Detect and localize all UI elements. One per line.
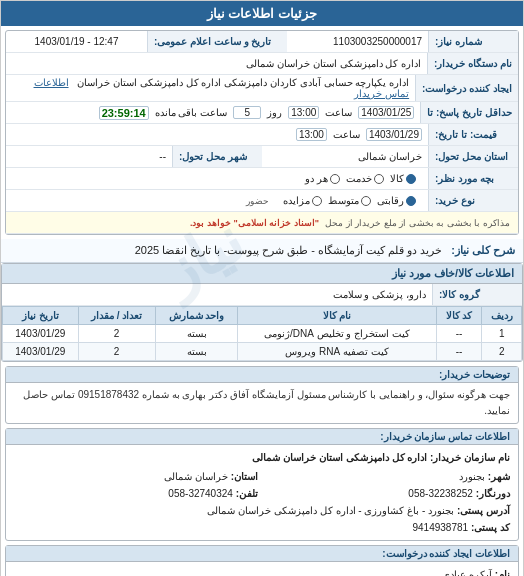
hajme-label: "اسناد خزانه اسلامی" خواهد بود. [190,218,319,228]
kod-posti-label: کد پستی: [471,522,510,533]
bondeh-kala-option[interactable]: کالا [390,173,416,184]
mozakere-text: مذاکره با بخشی به بخشی از ملع خریدار از … [6,215,518,231]
cell-nam_kala: کیت استخراج و تخلیص DNA/ژنومی [238,325,436,343]
shahr-label: شهر: [488,471,510,482]
kod-posti-value: 9414938781 [412,522,468,533]
col-radif: ردیف [482,307,522,325]
contact-kharidad-section: اطلاعات تماس سازمان خریدار: نام سازمان خ… [5,428,519,541]
row-gheybat: قیمت: تا تاریخ: 1403/01/29 ساعت 13:00 [6,124,518,146]
col-tarikh: تاریخ نیاز [3,307,79,325]
row-mohlat-ersal: حداقل تاریخ پاسخ: تا 1403/01/25 ساعت 13:… [6,102,518,124]
mohlat-ersal-saat: 13:00 [288,106,319,119]
darbargir-value: 32238252-058 [408,488,473,499]
bondeh-har-do-radio [330,174,340,184]
mohlat-ersal-roz: 5 [233,106,261,119]
nam-label: نام: [495,569,510,576]
nam-value: آیکره عبادی [442,569,492,576]
sharh-value: خرید دو قلم کیت آزمایشگاه - طبق شرح پیوس… [135,244,442,256]
naghsh-value: 32740324-058 [168,488,233,499]
bondeh-value: کالا خدمت هر دو [6,169,428,188]
noe-kharid-motavasset-option[interactable]: متوسط [328,195,371,206]
tawzihat-title: توضیحات خریدار: [6,367,518,383]
row-nam-dastgah: نام دستگاه خریدار: اداره کل دامپزشکی است… [6,53,518,75]
col-tedad: تعداد / مقدار [78,307,155,325]
adres-label: آدرس پستی: [457,505,510,516]
row-noe-kharid: نوع خرید: رقابتی متوسط مزایده حضو [6,190,518,212]
tarikh-label: تاریخ و ساعت اعلام عمومی: [147,31,287,52]
adres-value: بجنورد - باغ کشاورزی - اداره کل دامپزشکی… [207,505,454,516]
ostan-value: خراسان شمالی [262,149,428,164]
contact-darkhast-section: اطلاعات ایجاد کننده درخواست: نام: آیکره … [5,545,519,576]
group-kala-row: گروه کالا: دارو، پزشکی و سلامت [2,284,522,306]
bondeh-har-do-option[interactable]: هر دو [305,173,340,184]
noe-kharid-mozayedeh-label: مزایده [283,195,310,206]
sharh-label: شرح کلی نیاز: [451,244,515,256]
contact-kharidad-title: اطلاعات تماس سازمان خریدار: [6,429,518,445]
darbargir-label: دورنگار: [476,488,510,499]
bondeh-kala-radio [406,174,416,184]
noe-kharid-mozayedeh-option[interactable]: مزایده [283,195,322,206]
mohlat-ersal-baghimandeh: 23:59:14 [99,106,149,120]
col-vahed: واحد شمارش [155,307,238,325]
ejad-konandeh-value: اداره یکپارچه حسابی آبادی کاردان دامپزشک… [6,75,415,101]
noe-kharid-motavasset-label: متوسط [328,195,359,206]
noe-kharid-rahi-radio [406,196,416,206]
mohlat-ersal-label: حداقل تاریخ پاسخ: تا [420,102,518,123]
row-ejad-konandeh: ایجاد کننده درخواست: اداره یکپارچه حسابی… [6,75,518,102]
kalahat-title: اطلاعات کالا/خاف مورد نیاز [2,264,522,284]
mohlat-ersal-saat-label: ساعت [323,107,354,118]
table-row: 2--کیت تصفیه RNA ویروسبسته21403/01/29 [3,343,522,361]
top-info-section: شماره نیاز: 1103003250000017 تاریخ و ساع… [5,30,519,235]
noe-kharid-motavasset-radio [361,196,371,206]
noe-kharid-rahi-option[interactable]: رقابتی [377,195,416,206]
contact-kharidad-kod-posti: کد پستی: 9414938781 [266,519,510,536]
bondeh-har-do-label: هر دو [305,173,328,184]
page-container: نیاز جزئیات اطلاعات نیاز شماره نیاز: 110… [0,0,524,576]
kalahat-table: ردیف کد کالا نام کالا واحد شمارش تعداد /… [2,306,522,361]
mohlat-ersal-date: 1403/01/25 [358,106,414,119]
noe-kharid-value: رقابتی متوسط مزایده حضور [6,191,428,210]
table-header-row: ردیف کد کالا نام کالا واحد شمارش تعداد /… [3,307,522,325]
shomare-niaz-value: 1103003250000017 [287,34,428,49]
bondeh-khedmat-label: خدمت [346,173,372,184]
gheybat-date: 1403/01/29 [366,128,422,141]
bondeh-khedmat-option[interactable]: خدمت [346,173,384,184]
row-shomare-tarikh: شماره نیاز: 1103003250000017 تاریخ و ساع… [6,31,518,53]
gheybat-value: 1403/01/29 ساعت 13:00 [6,126,428,143]
contact-kharidad-body: نام سازمان خریدار: اداره کل دامپزشکی است… [6,445,518,540]
ostan-value: خراسان شمالی [164,471,228,482]
gheybat-saat: 13:00 [296,128,327,141]
group-kala-label: گروه کالا: [432,284,522,305]
cell-tedad: 2 [78,343,155,361]
gheybat-saat-label: ساعت [331,129,362,140]
col-nam-kala: نام کالا [238,307,436,325]
contact-kharidad-naghsh: تلفن: 32740324-058 [14,485,258,502]
noe-kharid-rahi-label: رقابتی [377,195,404,206]
shahr-value: -- [6,149,172,164]
row-mozakere: مذاکره با بخشی به بخشی از ملع خریدار از … [6,212,518,234]
cell-radif: 1 [482,325,522,343]
tarikh-value: 1403/01/19 - 12:47 [6,34,147,49]
contact-kharidad-ostan: استان: خراسان شمالی [14,468,258,485]
row-bondeh: بچه مورد نظر: کالا خدمت هر دو [6,168,518,190]
bondeh-khedmat-radio [374,174,384,184]
noe-kharid-mozayedeh-radio [312,196,322,206]
contact-kharidad-adres: آدرس پستی: بجنورد - باغ کشاورزی - اداره … [14,502,510,519]
bondeh-label: بچه مورد نظر: [428,168,518,189]
tawzihat-body: جهت هرگونه سئوال، و راهنمایی با کارشناس … [6,383,518,423]
contact-darkhast-nam: نام: آیکره عبادی [14,566,510,576]
col-kod-kala: کد کالا [436,307,482,325]
contact-darkhast-body: نام: آیکره عبادی نام خانوادگی: باکیره حس… [6,562,518,576]
ejad-konandeh-label: ایجاد کننده درخواست: [415,75,518,101]
noe-kharid-label: نوع خرید: [428,190,518,211]
shahr-value: بجنورد [459,471,485,482]
contact-kharidad-grid: شهر: بجنورد استان: خراسان شمالی دورنگار:… [14,468,510,536]
shomare-niaz-label: شماره نیاز: [428,31,518,52]
cell-tarikh: 1403/01/29 [3,343,79,361]
mohlat-ersal-baghimandeh-label: ساعت باقی مانده [153,107,230,118]
cell-tarikh: 1403/01/29 [3,325,79,343]
header-title: جزئیات اطلاعات نیاز [207,6,317,21]
ostan-label: استان محل تحول: [428,146,518,167]
tawzihat-section: توضیحات خریدار: جهت هرگونه سئوال، و راهن… [5,366,519,424]
ejad-konandeh-text: اداره یکپارچه حسابی آبادی کاردان دامپزشک… [77,77,409,88]
